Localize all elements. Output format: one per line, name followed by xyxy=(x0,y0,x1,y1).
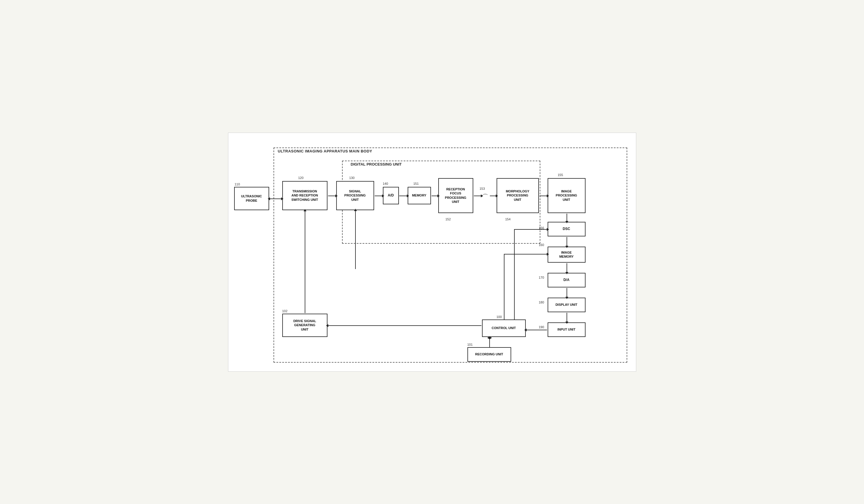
arrow-txrx-signal xyxy=(328,195,336,196)
arrow-mem-reception xyxy=(432,195,438,196)
ref-control: 100 xyxy=(496,315,502,319)
arrow-dac-display xyxy=(567,288,567,297)
block-display: DISPLAY UNIT xyxy=(548,298,586,312)
ref-imagemem: 160 xyxy=(539,243,544,247)
block-txrx: TRANSMISSIONAND RECEPTIONSWITCHING UNIT xyxy=(282,181,327,210)
block-reception: RECEPTIONFOCUSPROCESSINGUNIT xyxy=(438,178,473,213)
block-imagemem: IMAGEMEMORY xyxy=(548,247,586,263)
main-body-label: ULTRASONIC IMAGING APPARATUS MAIN BODY xyxy=(278,149,372,153)
arrow-display-input xyxy=(567,313,567,322)
arrow-control-imagemem-h xyxy=(504,254,547,254)
arrow-control-imagemem-v xyxy=(504,254,504,320)
block-signal: SIGNALPROCESSINGUNIT xyxy=(336,181,374,210)
block-imageproc: IMAGEPROCESSINGUNIT xyxy=(548,178,586,213)
arrow-dsc-imagemem xyxy=(567,237,567,246)
block-memory: MEMORY xyxy=(408,187,431,204)
ref-recording: 101 xyxy=(467,343,473,346)
arrow-morph-imageproc xyxy=(539,195,547,196)
block-drive: DRIVE SIGNALGENERATINGUNIT xyxy=(282,314,327,337)
arrow-probe-txrx xyxy=(270,199,281,199)
ref-adc: 140 xyxy=(383,182,388,185)
arrow-control-signal xyxy=(355,211,356,269)
arrow-control-drive xyxy=(328,325,481,326)
arrow-imageproc-dsc xyxy=(567,214,567,221)
arrow-control-dsc-h xyxy=(514,229,547,230)
block-control: CONTROL UNIT xyxy=(482,320,526,337)
block-recording: RECORDING UNIT xyxy=(467,347,511,362)
ref-display: 180 xyxy=(539,301,544,304)
block-dsc: DSC xyxy=(548,222,586,237)
ref-probe: 110 xyxy=(235,182,240,186)
ref-input: 190 xyxy=(539,325,544,329)
arrow-control-dsc-v xyxy=(514,229,515,320)
arrow-adc-mem xyxy=(399,195,407,196)
block-morphology: MORPHOLOGYPROCESSINGUNIT xyxy=(496,178,539,213)
arrow-reception-switch xyxy=(474,195,481,196)
arrow-switch-morphology xyxy=(490,195,496,196)
ref-txrx: 120 xyxy=(298,176,303,180)
ref-switch: 153 xyxy=(480,187,485,190)
ref-drive: 102 xyxy=(282,309,288,313)
ref-signal: 130 xyxy=(349,176,355,180)
ref-dac: 170 xyxy=(539,276,544,279)
arrow-signal-adc xyxy=(375,195,382,196)
digital-label: DIGITAL PROCESSING UNIT xyxy=(351,162,402,166)
block-probe: ULTRASONICPROBE xyxy=(234,187,269,210)
block-adc: A/D xyxy=(383,187,399,204)
arrow-control-recording xyxy=(489,338,490,348)
ref-reception: 152 xyxy=(446,217,451,221)
arrow-drive-txrx xyxy=(305,211,305,313)
ref-morphology: 154 xyxy=(505,217,511,221)
arrow-imagemem-dac xyxy=(567,263,567,272)
arrow-input-control xyxy=(526,330,547,330)
block-input: INPUT UNIT xyxy=(548,322,586,337)
ref-memory: 151 xyxy=(413,182,419,185)
ref-imageproc: 155 xyxy=(558,173,563,177)
diagram: ULTRASONIC IMAGING APPARATUS MAIN BODY D… xyxy=(228,133,636,372)
block-dac: D/A xyxy=(548,273,586,287)
